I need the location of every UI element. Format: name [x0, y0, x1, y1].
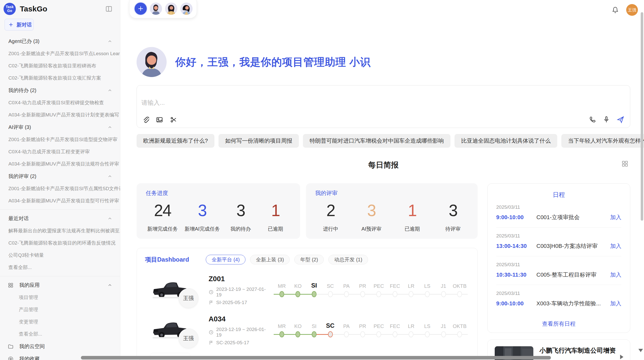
project-list: 王强Z0012023-12-19 ~ 2027-01-19SI-2025-05-…	[145, 271, 469, 349]
app-logo: Task Go	[4, 3, 16, 15]
attachment-icon[interactable]	[141, 116, 149, 124]
logo-line1: Task	[6, 5, 14, 9]
sidebar-item[interactable]: A034-全新新能源MUV产品开发项目造型可行性评审	[0, 195, 120, 207]
sidebar-item[interactable]: C02-飞腾新能源轻客改款项目的闭环通告反馈情况	[0, 237, 120, 249]
stat-label: 待评审	[445, 226, 461, 232]
sidebar-item[interactable]: A034-全新新能源MUV产品开发项目法规符合性评审	[0, 158, 120, 170]
milestone: SI	[306, 321, 322, 339]
sidebar-app-item[interactable]: 项目管理	[0, 291, 120, 304]
sidebar-item-cloud-space[interactable]: 我的云空间	[0, 340, 120, 353]
sidebar-item[interactable]: C0X4-动力总成开发项目工程变更评审	[0, 146, 120, 158]
sidebar-item-my-apps[interactable]: 我的应用	[0, 279, 120, 291]
suggestion-chip[interactable]: 当下年轻人对汽车外观有怎样的喜好趋势	[561, 134, 644, 148]
stat: 3AI预评审	[357, 201, 385, 232]
milestone-label: PA	[343, 281, 350, 289]
phone-icon[interactable]	[589, 116, 596, 123]
star-icon	[8, 356, 14, 360]
milestone-node	[290, 289, 306, 299]
stat: 3待评审	[439, 201, 467, 232]
milestone-dot	[296, 331, 300, 337]
stat: 2进行中	[317, 201, 345, 232]
milestone: LR	[403, 321, 419, 339]
horizontal-scrollbar[interactable]	[81, 356, 551, 359]
join-button[interactable]: 加入	[610, 242, 621, 250]
stats-row: 任务进度24新增完成任务3新增AI完成任务3我的待办1已逾期我的评审2进行中3A…	[137, 183, 478, 239]
milestone-label: PEC	[374, 321, 384, 329]
sidebar-item[interactable]: A034-全新新能源MUV产品开发项目计划变更表编写	[0, 109, 120, 121]
sidebar-section-header[interactable]: 我的评审 (2)	[0, 170, 120, 183]
milestone-node	[451, 329, 468, 339]
schedule-time: 9:00-10:00	[496, 300, 536, 307]
sidebar-app-item[interactable]: 产品管理	[0, 304, 120, 316]
chevron-up-icon	[107, 88, 112, 93]
suggestion-chip[interactable]: 如何写一份清晰的项目周报	[218, 134, 299, 148]
view-all-schedule-link[interactable]: 查看所有日程	[496, 320, 621, 328]
milestone: PR	[355, 321, 371, 339]
project-milestone-flag: SC-2025-05-17	[209, 340, 270, 346]
milestone-dot	[344, 331, 349, 337]
sidebar-section-header[interactable]: 最近对话	[0, 212, 120, 225]
schedule-date: 2025/03/11	[496, 262, 621, 267]
sidebar-app-item[interactable]: 变更管理	[0, 316, 120, 328]
microphone-icon[interactable]	[603, 116, 610, 123]
new-chat-button[interactable]: 新对话	[5, 19, 34, 31]
suggestion-chip[interactable]: 特朗普可能对进口汽车增税会对中国车企造成哪些影响	[303, 134, 450, 148]
sidebar-item-label: 我的应用	[19, 282, 40, 289]
stat-label: 新增完成任务	[147, 226, 178, 232]
milestone-label: LS	[424, 321, 430, 329]
layout-grid-icon[interactable]	[621, 160, 629, 168]
join-button[interactable]: 加入	[610, 214, 621, 221]
divider	[0, 276, 120, 276]
vertical-scrollbar[interactable]	[641, 12, 643, 221]
milestone-label: SC	[327, 281, 334, 289]
sidebar-item[interactable]: Z001-全新燃油轻卡产品开发项目SI节点属性5D文件评审	[0, 183, 120, 195]
suggestion-chip[interactable]: 欧洲新规最近颁布了什么?	[137, 134, 214, 148]
project-row[interactable]: 王强Z0012023-12-19 ~ 2027-01-19SI-2025-05-…	[145, 271, 469, 309]
dashboard-header: 项目Dashboard 全新平台 (4)全新上装 (3)年型 (2)动总开发 (…	[145, 255, 469, 264]
sidebar-section-header[interactable]: AI评审 (3)	[0, 121, 120, 133]
schedule-name: C001-立项审批会	[536, 214, 607, 221]
sidebar-app-item[interactable]: 查看全部...	[0, 328, 120, 340]
send-icon[interactable]	[616, 115, 624, 124]
collapse-sidebar-icon[interactable]	[105, 5, 112, 12]
folder-icon	[8, 343, 14, 350]
dashboard-tab[interactable]: 动总开发 (1)	[328, 255, 368, 264]
scissors-icon[interactable]	[170, 116, 178, 124]
milestone-track: MRKOSISCPAPRPECFECLRLSJ1OKTB	[274, 281, 468, 299]
sidebar-section-label: AI评审 (3)	[8, 124, 31, 131]
milestone-label: PEC	[374, 281, 384, 289]
join-button[interactable]: 加入	[610, 271, 621, 279]
scroll-right-arrow-icon[interactable]	[620, 355, 623, 359]
milestone-dot	[425, 291, 430, 297]
sidebar-item[interactable]: Z001-全新燃油皮卡产品开发项目SI节点Lesson Learn报告	[0, 48, 120, 60]
sidebar-item[interactable]: C02-飞腾新能源轻客改款项目里程碑画布	[0, 60, 120, 72]
join-button[interactable]: 加入	[610, 300, 621, 307]
sidebar-item[interactable]: Z001-全新燃油轻卡产品开发项目SI造型提交物评审	[0, 133, 120, 146]
chat-input-box	[137, 85, 630, 128]
schedule-name: X003-车辆动力学性能验...	[536, 300, 607, 307]
sidebar-item[interactable]: 解释最新出台的欧盟报废车法规再生塑料比例被调至15%...	[0, 225, 120, 237]
chat-input[interactable]	[137, 85, 630, 113]
suggestion-chip[interactable]: 比亚迪全固态电池计划具体说了什么	[455, 134, 557, 148]
sidebar-item[interactable]: 公司Q3轻卡销量	[0, 249, 120, 261]
dashboard-tab[interactable]: 全新上装 (3)	[250, 255, 290, 264]
milestone-dot	[409, 331, 414, 337]
sidebar-section-header[interactable]: Agent已办 (3)	[0, 35, 120, 48]
stat-value: 1	[408, 201, 417, 220]
milestone-node	[290, 329, 306, 339]
sidebar-item[interactable]: C02-飞腾新能源轻客改款项目立项汇报方案	[0, 72, 120, 84]
project-row[interactable]: 王强A0342023-12-19 ~ 2026-01-19SC-2025-05-…	[145, 311, 469, 349]
divider	[0, 209, 120, 210]
dashboard-tab[interactable]: 年型 (2)	[294, 255, 324, 264]
sidebar-item[interactable]: 查看全部...	[0, 261, 120, 274]
sidebar-section-label: Agent已办 (3)	[8, 38, 39, 45]
chevron-up-icon	[107, 283, 112, 288]
sidebar-section-header[interactable]: 我的待办 (2)	[0, 84, 120, 97]
image-icon[interactable]	[156, 116, 163, 124]
scroll-down-arrow-icon[interactable]	[638, 349, 643, 352]
milestone-dot	[312, 291, 316, 297]
sidebar-item[interactable]: C0X4-动力总成开发项目SI里程碑提交物检查	[0, 97, 120, 109]
milestone: J1	[435, 281, 452, 299]
milestone-dot	[457, 291, 462, 297]
dashboard-tab[interactable]: 全新平台 (4)	[206, 255, 245, 264]
